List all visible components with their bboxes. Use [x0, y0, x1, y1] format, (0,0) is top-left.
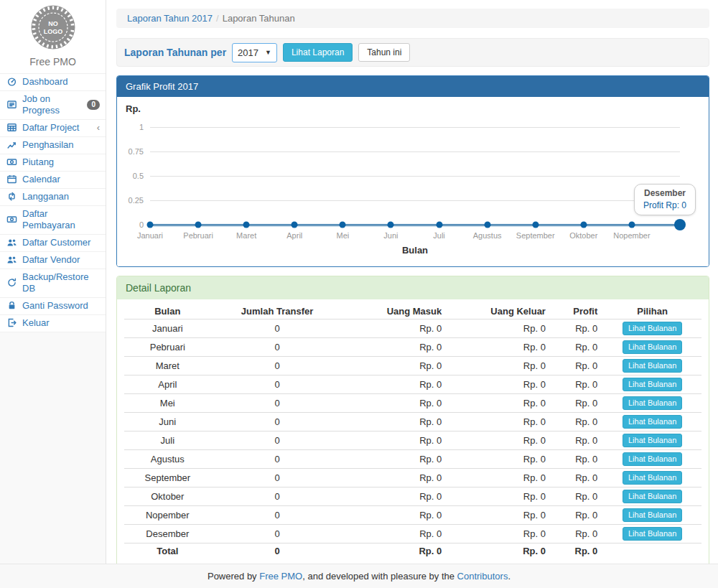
grid-line	[150, 151, 680, 152]
lihat-bulanan-button-juli[interactable]: Lihat Bulanan	[623, 434, 682, 447]
breadcrumb-current: Laporan Tahunan	[223, 13, 295, 24]
column-header-uang-keluar: Uang Keluar	[447, 304, 551, 319]
bulan-cell: Nopember	[124, 506, 211, 525]
uang_keluar-cell: Rp. 0	[447, 338, 551, 357]
year-select[interactable]: 2017 ▼	[232, 43, 277, 62]
sidebar-item-keluar[interactable]: Keluar	[0, 314, 106, 332]
data-point-maret[interactable]	[243, 222, 250, 228]
jumlah_transfer-cell: 0	[211, 543, 344, 559]
lihat-bulanan-button-januari[interactable]: Lihat Bulanan	[623, 322, 682, 335]
sidebar-item-langganan[interactable]: Langganan	[0, 188, 106, 205]
users-icon	[6, 254, 18, 266]
sidebar-item-penghasilan[interactable]: Penghasilan	[0, 136, 106, 154]
column-header-jumlah-transfer: Jumlah Transfer	[211, 304, 344, 319]
table-row-mei: Mei0Rp. 0Rp. 0Rp. 0Lihat Bulanan	[124, 394, 701, 413]
sidebar-item-label: Ganti Password	[22, 300, 88, 312]
sidebar-item-label: Job on Progress	[22, 93, 83, 116]
table-row-april: April0Rp. 0Rp. 0Rp. 0Lihat Bulanan	[124, 375, 701, 394]
lihat-bulanan-button-oktober[interactable]: Lihat Bulanan	[623, 490, 682, 503]
sidebar-item-job-on-progress[interactable]: Job on Progress0	[0, 90, 106, 119]
profit-cell: Rp. 0	[551, 543, 603, 559]
data-point-juli[interactable]	[436, 222, 442, 228]
sidebar-item-calendar[interactable]: Calendar	[0, 171, 106, 188]
sidebar-item-label: Dashboard	[22, 76, 68, 88]
uang_masuk-cell: Rp. 0	[344, 543, 448, 559]
lihat-bulanan-button-april[interactable]: Lihat Bulanan	[623, 378, 682, 391]
sidebar-item-daftar-customer[interactable]: Daftar Customer	[0, 234, 106, 251]
lihat-bulanan-button-nopember[interactable]: Lihat Bulanan	[623, 508, 682, 522]
data-point-april[interactable]	[292, 222, 298, 228]
profit-cell: Rp. 0	[551, 357, 603, 375]
lihat-bulanan-button-mei[interactable]: Lihat Bulanan	[623, 396, 682, 410]
uang_keluar-cell: Rp. 0	[447, 525, 551, 543]
sidebar-item-daftar-project[interactable]: Daftar Project‹	[0, 119, 106, 136]
footer-link-free-pmo[interactable]: Free PMO	[259, 571, 302, 582]
profit-cell: Rp. 0	[551, 506, 603, 525]
tahun-ini-button[interactable]: Tahun ini	[358, 43, 410, 62]
table-row-desember: Desember0Rp. 0Rp. 0Rp. 0Lihat Bulanan	[124, 525, 701, 543]
lihat-bulanan-button-desember[interactable]: Lihat Bulanan	[623, 527, 682, 541]
total-row: Total0Rp. 0Rp. 0Rp. 0	[124, 543, 701, 559]
detail-panel-title: Detail Laporan	[117, 276, 709, 299]
lihat-bulanan-button-juni[interactable]: Lihat Bulanan	[623, 415, 682, 429]
uang_keluar-cell: Rp. 0	[447, 413, 551, 431]
lihat-bulanan-button-agustus[interactable]: Lihat Bulanan	[623, 452, 682, 466]
sidebar: NO LOGO Free PMO DashboardJob on Progres…	[0, 0, 106, 564]
profit-cell: Rp. 0	[551, 319, 603, 338]
footer-link-contributors[interactable]: Contributors	[457, 571, 508, 582]
sidebar-filler	[0, 332, 106, 564]
sidebar-item-daftar-pembayaran[interactable]: Daftar Pembayaran	[0, 205, 106, 234]
bulan-cell: September	[124, 469, 211, 487]
jumlah_transfer-cell: 0	[211, 487, 344, 506]
sidebar-item-dashboard[interactable]: Dashboard	[0, 73, 106, 90]
data-point-nopember[interactable]	[628, 222, 635, 228]
data-point-desember[interactable]	[674, 219, 686, 230]
bulan-cell: Januari	[124, 319, 211, 338]
jumlah_transfer-cell: 0	[211, 506, 344, 525]
pilihan-cell	[603, 543, 701, 559]
uang_keluar-cell: Rp. 0	[447, 431, 551, 450]
uang_keluar-cell: Rp. 0	[447, 357, 551, 375]
sidebar-item-piutang[interactable]: Piutang	[0, 154, 106, 171]
table-row-januari: Januari0Rp. 0Rp. 0Rp. 0Lihat Bulanan	[124, 319, 701, 338]
profit-cell: Rp. 0	[551, 375, 603, 394]
lihat-bulanan-button-pebruari[interactable]: Lihat Bulanan	[623, 340, 682, 354]
main-content: Laporan Tahun 2017/Laporan Tahunan Lapor…	[106, 0, 718, 564]
dashboard-icon	[6, 76, 18, 88]
lihat-laporan-button[interactable]: Lihat Laporan	[283, 43, 353, 62]
pilihan-cell: Lihat Bulanan	[603, 413, 701, 431]
jumlah_transfer-cell: 0	[211, 375, 344, 394]
pilihan-cell: Lihat Bulanan	[603, 506, 701, 525]
detail-laporan-panel: Detail Laporan BulanJumlah TransferUang …	[116, 276, 709, 564]
uang_keluar-cell: Rp. 0	[447, 469, 551, 487]
data-point-oktober[interactable]	[580, 222, 587, 228]
sidebar-item-daftar-vendor[interactable]: Daftar Vendor	[0, 251, 106, 269]
y-tick-label: 1	[139, 123, 144, 131]
y-tick-label: 0.5	[133, 172, 144, 180]
data-point-juni[interactable]	[388, 222, 394, 228]
footer-text: Powered by Free PMO, and developed with …	[208, 571, 510, 582]
uang_masuk-cell: Rp. 0	[344, 375, 448, 394]
lihat-bulanan-button-september[interactable]: Lihat Bulanan	[623, 471, 682, 485]
data-point-mei[interactable]	[340, 222, 346, 228]
grid-line	[150, 200, 680, 201]
uang_masuk-cell: Rp. 0	[344, 450, 448, 469]
breadcrumb-link-laporan-tahun[interactable]: Laporan Tahun 2017	[127, 13, 213, 24]
bulan-cell: Total	[124, 543, 211, 559]
profit-cell: Rp. 0	[551, 450, 603, 469]
data-point-agustus[interactable]	[484, 222, 490, 228]
sidebar-item-label: Daftar Project	[22, 122, 79, 134]
data-point-pebruari[interactable]	[195, 222, 202, 228]
lihat-bulanan-button-maret[interactable]: Lihat Bulanan	[623, 359, 682, 373]
pilihan-cell: Lihat Bulanan	[603, 319, 701, 338]
data-point-september[interactable]	[532, 222, 538, 228]
sidebar-item-backup-restore-db[interactable]: Backup/Restore DB	[0, 269, 106, 297]
table-row-nopember: Nopember0Rp. 0Rp. 0Rp. 0Lihat Bulanan	[124, 506, 701, 525]
uang_masuk-cell: Rp. 0	[344, 506, 448, 525]
pilihan-cell: Lihat Bulanan	[603, 357, 701, 375]
filter-label: Laporan Tahunan per	[124, 47, 226, 58]
sidebar-item-ganti-password[interactable]: Ganti Password	[0, 297, 106, 314]
data-point-januari[interactable]	[147, 222, 154, 228]
sidebar-item-label: Keluar	[22, 317, 50, 329]
x-axis-title: Bulan	[150, 245, 680, 256]
